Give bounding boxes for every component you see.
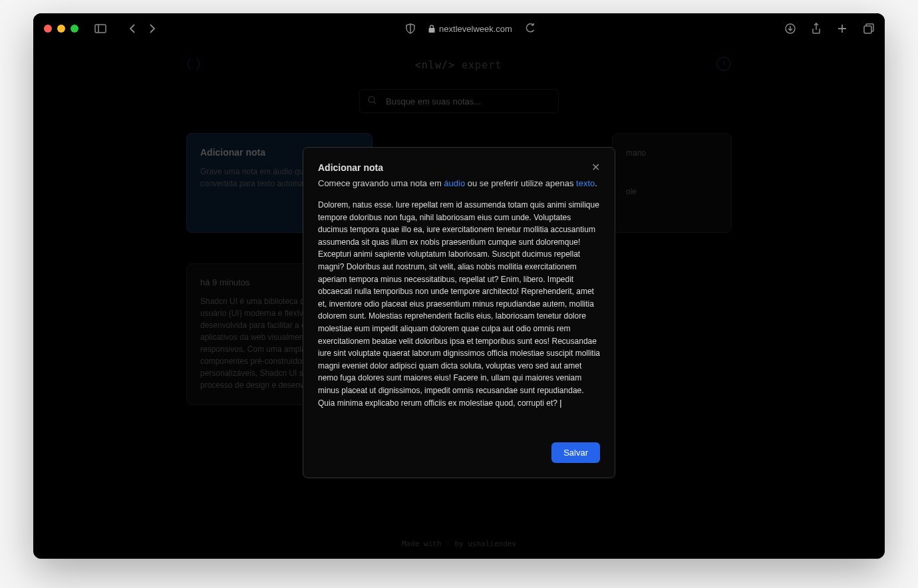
close-window-button[interactable] [44,25,52,33]
share-icon[interactable] [812,23,821,35]
url-text: nextlevelweek.com [439,24,512,34]
back-icon[interactable] [129,23,136,34]
subtitle-mid: ou se preferir utilize apenas [465,178,576,188]
modal-textarea[interactable]: Dolorem, natus esse. Iure repellat rem i… [318,199,600,409]
clock-icon[interactable] [716,56,732,74]
svg-rect-0 [95,25,106,33]
page-content: <nlw/> expert Adicionar nota Grave uma n… [33,44,885,559]
texto-link[interactable]: texto [576,178,595,188]
note-line-1: mano [626,147,718,159]
browser-center: nextlevelweek.com [161,23,780,34]
tabs-icon[interactable] [863,23,874,34]
modal-header: Adicionar nota ✕ [318,162,600,178]
modal-subtitle: Comece gravando uma nota em áudio ou se … [318,178,600,188]
downloads-icon[interactable] [785,23,796,34]
lock-icon [428,25,435,33]
brand-prefix: <nlw/> [415,59,455,71]
new-tab-icon[interactable] [837,23,847,34]
header-brand: <nlw/> expert [415,59,502,71]
modal-footer: Salvar [318,442,600,463]
sidebar-toggle-icon[interactable] [94,24,106,33]
page-footer: Made with ♡ by ushaliendev [33,539,885,548]
browser-window: nextlevelweek.com [33,13,885,559]
modal-title: Adicionar nota [318,162,383,173]
forward-icon[interactable] [149,23,156,34]
url-bar[interactable]: nextlevelweek.com [428,24,512,34]
minimize-window-button[interactable] [57,25,65,33]
modal-close-button[interactable]: ✕ [591,162,600,173]
brand-suffix: expert [462,59,502,71]
add-note-modal: Adicionar nota ✕ Comece gravando uma not… [303,147,615,478]
traffic-lights [44,25,78,33]
rocketseat-logo-icon [186,56,201,74]
note-line-2: ole [626,186,718,198]
subtitle-post: . [595,178,597,188]
subtitle-pre: Comece gravando uma nota em [318,178,444,188]
save-button[interactable]: Salvar [551,442,600,463]
search-input[interactable] [386,96,550,106]
browser-chrome: nextlevelweek.com [33,13,885,44]
search-container [33,89,885,113]
reload-icon[interactable] [526,23,535,34]
search-icon [368,95,377,107]
note-card[interactable]: mano ole [612,133,732,233]
browser-nav-controls [94,23,156,34]
shield-icon[interactable] [406,23,415,34]
svg-point-6 [369,96,375,102]
page-header: <nlw/> expert [33,44,885,86]
search-box[interactable] [359,89,559,113]
audio-link[interactable]: áudio [444,178,465,188]
svg-rect-4 [864,26,871,33]
browser-right-controls [785,23,874,35]
maximize-window-button[interactable] [71,25,78,33]
